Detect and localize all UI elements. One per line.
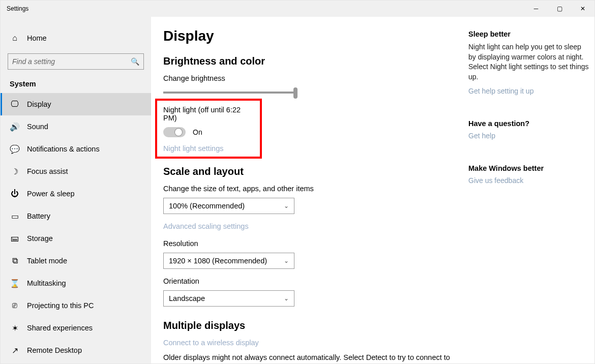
connect-wireless-link[interactable]: Connect to a wireless display <box>163 339 458 347</box>
question-title: Have a question? <box>468 119 590 128</box>
titlebar: Settings ─ ▢ ✕ <box>1 1 594 17</box>
sidebar-item-sound[interactable]: 🔊 Sound <box>1 115 151 138</box>
night-light-label: Night light (off until 6:22 PM) <box>163 106 254 122</box>
chevron-down-icon: ⌄ <box>284 295 289 302</box>
orientation-select[interactable]: Landscape ⌄ <box>163 290 294 307</box>
scale-select[interactable]: 100% (Recommended) ⌄ <box>163 198 294 214</box>
sidebar-item-battery[interactable]: ▭ Battery <box>1 205 151 227</box>
window-title: Settings <box>7 5 28 12</box>
sidebar-item-label: Battery <box>27 212 50 220</box>
sidebar-item-label: Power & sleep <box>27 190 75 198</box>
remote-desktop-icon: ↗ <box>10 346 20 355</box>
sidebar-item-label: Multitasking <box>27 279 66 287</box>
sidebar-item-multitasking[interactable]: ⌛ Multitasking <box>1 272 151 294</box>
multitasking-icon: ⌛ <box>10 279 20 288</box>
main-content: Display Brightness and color Change brig… <box>163 28 458 364</box>
change-brightness-label: Change brightness <box>163 74 458 82</box>
sidebar-item-display[interactable]: 🖵 Display <box>1 93 151 115</box>
sidebar-item-label: Storage <box>27 234 53 242</box>
scale-label: Change the size of text, apps, and other… <box>163 185 458 193</box>
storage-icon: 🖴 <box>10 234 20 243</box>
sidebar-item-label: Shared experiences <box>27 324 93 332</box>
orientation-value: Landscape <box>169 294 205 302</box>
sidebar-section-title: System <box>1 77 151 93</box>
projecting-icon: ⎚ <box>10 301 20 310</box>
scale-heading: Scale and layout <box>163 166 458 177</box>
page-title: Display <box>163 28 458 44</box>
slider-thumb[interactable] <box>293 87 298 99</box>
resolution-value: 1920 × 1080 (Recommended) <box>169 257 267 265</box>
search-box[interactable]: 🔍 <box>8 53 144 70</box>
sidebar-item-label: Tablet mode <box>27 257 67 265</box>
shared-icon: ✶ <box>10 323 20 333</box>
tablet-icon: ⧉ <box>10 256 20 265</box>
brightness-heading: Brightness and color <box>163 55 458 67</box>
sidebar-item-label: Focus assist <box>27 167 68 175</box>
home-link[interactable]: ⌂ Home <box>1 27 151 49</box>
close-button[interactable]: ✕ <box>571 1 594 17</box>
sidebar-item-shared-experiences[interactable]: ✶ Shared experiences <box>1 317 151 339</box>
search-input[interactable] <box>12 57 131 66</box>
multiple-displays-heading: Multiple displays <box>163 320 458 331</box>
minimize-button[interactable]: ─ <box>524 1 548 17</box>
window-controls: ─ ▢ ✕ <box>524 1 594 17</box>
sidebar-item-label: Sound <box>27 123 48 131</box>
advanced-scaling-link[interactable]: Advanced scaling settings <box>163 222 458 230</box>
sidebar-item-notifications[interactable]: 💬 Notifications & actions <box>1 138 151 160</box>
battery-icon: ▭ <box>10 211 20 221</box>
sidebar: ⌂ Home 🔍 System 🖵 Display 🔊 Sound 💬 Noti… <box>1 17 151 364</box>
display-icon: 🖵 <box>10 100 20 109</box>
sidebar-item-focus-assist[interactable]: ☽ Focus assist <box>1 160 151 183</box>
aside-panel: Sleep better Night light can help you ge… <box>468 28 590 364</box>
sidebar-item-label: Remote Desktop <box>27 346 82 354</box>
sidebar-item-power-sleep[interactable]: ⏻ Power & sleep <box>1 183 151 205</box>
feedback-link[interactable]: Give us feedback <box>468 176 590 185</box>
brightness-slider[interactable] <box>163 92 295 94</box>
sidebar-item-label: Notifications & actions <box>27 145 100 153</box>
sidebar-item-storage[interactable]: 🖴 Storage <box>1 227 151 250</box>
focus-assist-icon: ☽ <box>10 167 20 176</box>
sidebar-item-label: Projecting to this PC <box>27 301 94 310</box>
power-icon: ⏻ <box>10 189 20 198</box>
resolution-label: Resolution <box>163 239 458 248</box>
sleep-better-body: Night light can help you get to sleep by… <box>468 42 590 82</box>
night-light-settings-link[interactable]: Night light settings <box>163 144 254 153</box>
sidebar-item-tablet-mode[interactable]: ⧉ Tablet mode <box>1 250 151 272</box>
home-label: Home <box>27 34 47 42</box>
toggle-state-label: On <box>193 128 202 136</box>
night-light-highlight: Night light (off until 6:22 PM) On Night… <box>155 99 262 159</box>
sound-icon: 🔊 <box>10 122 20 132</box>
sleep-better-title: Sleep better <box>468 30 590 38</box>
home-icon: ⌂ <box>10 34 20 43</box>
sidebar-item-remote-desktop[interactable]: ↗ Remote Desktop <box>1 339 151 361</box>
older-displays-text: Older displays might not always connect … <box>163 353 458 364</box>
scale-value: 100% (Recommended) <box>169 202 245 210</box>
sidebar-item-projecting[interactable]: ⎚ Projecting to this PC <box>1 294 151 317</box>
orientation-label: Orientation <box>163 277 458 285</box>
resolution-select[interactable]: 1920 × 1080 (Recommended) ⌄ <box>163 253 294 269</box>
maximize-button[interactable]: ▢ <box>548 1 571 17</box>
sleep-help-link[interactable]: Get help setting it up <box>468 87 590 95</box>
chevron-down-icon: ⌄ <box>284 257 289 264</box>
make-better-title: Make Windows better <box>468 164 590 172</box>
night-light-toggle[interactable] <box>163 127 186 137</box>
get-help-link[interactable]: Get help <box>468 132 590 140</box>
chevron-down-icon: ⌄ <box>284 202 289 209</box>
sidebar-item-label: Display <box>27 100 51 108</box>
search-icon: 🔍 <box>131 57 139 66</box>
notifications-icon: 💬 <box>10 144 20 154</box>
